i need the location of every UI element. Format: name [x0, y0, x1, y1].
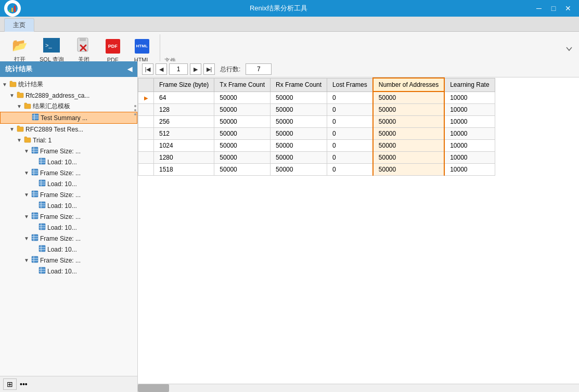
table-row[interactable]: 1024500005000005000010000: [138, 140, 495, 152]
pdf-button[interactable]: PDF PDF: [99, 35, 126, 65]
cell-frame-size: 512: [154, 128, 214, 140]
more-options-button[interactable]: •••: [20, 380, 28, 388]
close-button[interactable]: ✕: [561, 2, 575, 15]
tree-item-load5[interactable]: Load: 10...: [0, 244, 137, 255]
tree-icon-load1: [38, 158, 46, 166]
window-controls: ─ □ ✕: [532, 2, 575, 15]
html-icon: HTML: [133, 37, 151, 56]
tree-icon-load6: [38, 267, 46, 276]
table-row[interactable]: 1518500005000005000010000: [138, 164, 495, 176]
tree-icon-load4: [38, 223, 46, 232]
maximize-button[interactable]: □: [547, 2, 560, 15]
tree-item-trial1[interactable]: ▼Trial: 1: [0, 135, 137, 146]
svg-rect-34: [39, 202, 45, 208]
table-row[interactable]: 256500005000005000010000: [138, 116, 495, 128]
tree-item-framesize1[interactable]: ▼Frame Size: ...: [0, 146, 137, 156]
svg-rect-3: [14, 6, 16, 12]
tree-label-root: 统计结果: [18, 80, 43, 89]
table-row[interactable]: 1280500005000005000010000: [138, 152, 495, 164]
tree-label-rfc1: Rfc2889_address_ca...: [25, 92, 89, 99]
tree-arrow-rfc2889[interactable]: ▼: [9, 126, 16, 132]
table-row[interactable]: 128500005000005000010000: [138, 104, 495, 116]
tree-item-load2[interactable]: Load: 10...: [0, 178, 137, 189]
first-page-button[interactable]: |◀: [142, 63, 153, 75]
tree-arrow-trial1[interactable]: ▼: [17, 137, 23, 143]
tree-item-summary-folder[interactable]: ▼结果汇总模板: [0, 101, 137, 112]
tree-item-framesize3[interactable]: ▼Frame Size: ...: [0, 189, 137, 200]
prev-page-button[interactable]: ◀: [156, 63, 167, 75]
data-table-wrapper[interactable]: Frame Size (byte) Tx Frame Count Rx Fram…: [138, 77, 579, 384]
html-button[interactable]: HTML HTML: [128, 35, 156, 65]
next-page-button[interactable]: ▶: [190, 63, 201, 75]
tree-item-framesize5[interactable]: ▼Frame Size: ...: [0, 233, 137, 244]
svg-rect-10: [32, 114, 38, 120]
tree-arrow-root[interactable]: ▼: [2, 82, 8, 87]
tree-item-root[interactable]: ▼统计结果: [0, 79, 137, 90]
cell-learn-rate: 10000: [444, 140, 495, 152]
grid-view-button[interactable]: ⊞: [3, 378, 17, 390]
tree-arrow-framesize1[interactable]: ▼: [24, 148, 30, 154]
resize-handle[interactable]: [133, 104, 138, 116]
tree-arrow-framesize2[interactable]: ▼: [24, 170, 30, 176]
pdf-icon: PDF: [104, 37, 122, 56]
cell-lost: 0: [327, 164, 373, 176]
tree-item-load3[interactable]: Load: 10...: [0, 200, 137, 211]
col-header-rx: Rx Frame Count: [271, 78, 327, 92]
svg-rect-50: [39, 245, 45, 252]
last-page-button[interactable]: ▶|: [203, 63, 215, 75]
tree-label-load3: Load: 10...: [47, 202, 77, 210]
tree-icon-framesize2: [31, 168, 38, 177]
tree-arrow-framesize3[interactable]: ▼: [24, 192, 30, 198]
data-table: Frame Size (byte) Tx Frame Count Rx Fram…: [138, 77, 495, 176]
tree-label-framesize5: Frame Size: ...: [40, 235, 81, 242]
tree-arrow-framesize5[interactable]: ▼: [24, 236, 30, 241]
table-row[interactable]: 512500005000005000010000: [138, 128, 495, 140]
sidebar-collapse-arrow[interactable]: ◀: [127, 66, 132, 73]
sql-icon: >_: [42, 36, 61, 55]
sidebar-bottom-bar: ⊞ •••: [0, 376, 137, 392]
main-layout: 统计结果 ◀ ▼统计结果▼Rfc2889_address_ca...▼结果汇总模…: [0, 61, 579, 392]
tree-item-load4[interactable]: Load: 10...: [0, 222, 137, 233]
cell-frame-size: 128: [154, 104, 214, 116]
ribbon-expand[interactable]: [565, 45, 573, 55]
minimize-button[interactable]: ─: [532, 2, 546, 15]
open-button[interactable]: 📂 打开: [6, 34, 33, 66]
cell-frame-size: 1280: [154, 152, 214, 164]
svg-rect-26: [39, 180, 45, 186]
tree-item-load1[interactable]: Load: 10...: [0, 156, 137, 167]
tree-label-load5: Load: 10...: [47, 246, 77, 253]
tree-area[interactable]: ▼统计结果▼Rfc2889_address_ca...▼结果汇总模板Test S…: [0, 77, 137, 376]
tree-item-rfc2889[interactable]: ▼RFC2889 Test Res...: [0, 124, 137, 135]
svg-rect-18: [39, 158, 45, 164]
tree-arrow-framesize6[interactable]: ▼: [24, 257, 30, 263]
close-file-button[interactable]: 关闭: [70, 34, 97, 66]
tree-arrow-rfc1[interactable]: ▼: [9, 93, 16, 98]
tree-icon-framesize1: [31, 147, 38, 155]
tree-arrow-summary-folder[interactable]: ▼: [17, 103, 23, 109]
tree-item-framesize6[interactable]: ▼Frame Size: ...: [0, 255, 137, 266]
tree-item-framesize2[interactable]: ▼Frame Size: ...: [0, 167, 137, 178]
page-number-input[interactable]: [169, 63, 188, 75]
tree-item-test-summary[interactable]: Test Summary ...: [0, 112, 137, 124]
tree-icon-trial1: [24, 136, 31, 145]
cell-learn-rate: 10000: [444, 92, 495, 104]
tree-icon-load2: [38, 179, 46, 188]
table-row[interactable]: ▶64500005000005000010000: [138, 92, 495, 104]
col-header-num: [138, 78, 154, 92]
tree-item-load6[interactable]: Load: 10...: [0, 266, 137, 277]
cell-num: [138, 152, 154, 164]
tree-icon-summary-folder: [24, 102, 31, 111]
scrollbar-track: [138, 384, 579, 392]
tab-home[interactable]: 主页: [4, 18, 34, 32]
tree-item-rfc1[interactable]: ▼Rfc2889_address_ca...: [0, 90, 137, 101]
cell-rx: 50000: [271, 128, 327, 140]
col-header-num-addr: Number of Addresses: [373, 78, 444, 92]
tree-item-framesize4[interactable]: ▼Frame Size: ...: [0, 211, 137, 222]
cell-rx: 50000: [271, 152, 327, 164]
cell-frame-size: 1518: [154, 164, 214, 176]
ribbon: 主页 📂 打开 >_ SQL 查询: [0, 17, 579, 61]
sql-button[interactable]: >_ SQL 查询: [35, 34, 68, 66]
horizontal-scrollbar[interactable]: [138, 384, 579, 392]
tree-arrow-framesize4[interactable]: ▼: [24, 214, 30, 219]
tree-label-load4: Load: 10...: [47, 224, 77, 231]
